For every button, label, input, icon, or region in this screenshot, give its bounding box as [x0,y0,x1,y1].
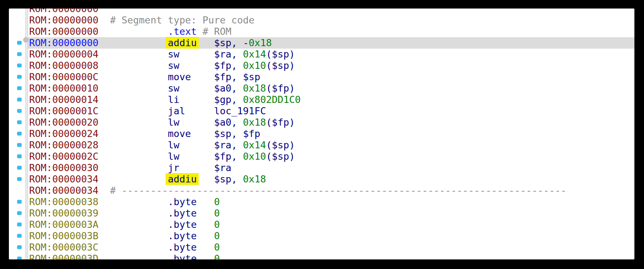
line-dot-icon[interactable] [17,223,22,226]
highlighted-mnemonic: addiu [166,37,199,49]
code-token: jal [168,105,185,116]
line-dot-icon[interactable] [17,211,22,215]
line-dot-icon[interactable] [17,52,22,56]
listing-row[interactable]: ROM:0000003A .byte 0 [9,219,634,230]
listing-line-text: ROM:00000000 .text # ROM [9,26,634,37]
code-token: $sp, $fp [214,128,260,139]
code-token [179,60,214,71]
line-dot-icon[interactable] [17,64,22,67]
line-dot-icon[interactable] [17,86,22,90]
line-dot-icon[interactable] [17,257,22,259]
line-dot-icon[interactable] [17,109,22,113]
code-token: ($fp) [266,117,295,128]
address-label: ROM:0000001C [29,105,98,116]
code-token [98,174,168,185]
address-label: ROM:00000028 [29,139,98,150]
code-token: .byte [168,219,197,230]
listing-row[interactable]: ROM:0000001C jal loc_191FC [9,105,634,117]
line-dot-icon[interactable] [17,177,22,181]
listing-row[interactable]: ROM:00000028 lw $ra, 0x14($sp) [9,139,634,151]
address-label: ROM:00000014 [29,94,98,105]
listing-line-text: ROM:00000034 # -------------------------… [9,185,634,196]
code-token: # ROM [203,26,231,37]
listing-row-current[interactable]: ROM:00000000 addiu $sp, -0x18 [9,37,634,49]
code-token [191,128,214,139]
listing-row[interactable]: ROM:00000004 sw $ra, 0x14($sp) [9,49,634,60]
line-dot-icon[interactable] [17,98,22,101]
code-token: 0x18 [249,37,272,48]
code-token: $fp, [214,60,243,71]
code-token [179,151,214,162]
listing-line-text: ROM:00000004 sw $ra, 0x14($sp) [9,49,634,60]
address-label: ROM:00000038 [29,196,98,207]
listing-row[interactable]: ROM:00000039 .byte 0 [9,208,634,219]
listing-row[interactable]: ROM:00000024 move $sp, $fp [9,128,634,139]
address-label: ROM:0000003B [29,230,98,241]
listing-row[interactable]: ROM:00000034 # -------------------------… [9,185,634,196]
line-dot-icon[interactable] [17,132,22,136]
code-token [98,128,168,139]
address-label: ROM:00000030 [29,162,98,173]
code-token: $gp, [214,94,243,105]
listing-row[interactable]: ROM:0000000C move $fp, $sp [9,71,634,83]
listing-row[interactable]: ROM:00000038 .byte 0 [9,196,634,208]
address-label: ROM:0000002C [29,151,98,162]
code-token: $a0, [214,117,243,128]
listing-line-text: ROM:00000030 jr $ra [9,162,634,174]
code-token [197,174,214,185]
code-token [98,196,168,207]
address-label: ROM:0000003C [29,242,98,253]
code-token: sw [168,83,179,94]
line-dot-icon[interactable] [17,200,22,204]
code-token [98,83,168,94]
address-label: ROM:00000034 [29,174,98,185]
code-token [179,49,214,60]
code-token [197,253,214,259]
listing-row[interactable]: ROM:0000003B .byte 0 [9,230,634,242]
listing-row[interactable]: ROM:00000000 .text # ROM [9,26,634,37]
code-token: move [168,71,191,82]
code-token: 0 [214,219,220,230]
listing-row[interactable]: ROM:0000003C .byte 0 [9,242,634,253]
listing-row[interactable]: ROM:00000020 lw $a0, 0x18($fp) [9,117,634,128]
code-token [98,253,168,259]
listing-line-text: ROM:00000024 move $sp, $fp [9,128,634,139]
listing-row[interactable]: ROM:0000003D .byte 0 [9,253,634,259]
code-token [98,208,168,219]
listing-row[interactable]: ROM:00000014 li $gp, 0x802DD1C0 [9,94,634,105]
code-token: .byte [168,230,197,241]
line-dot-icon[interactable] [17,120,22,124]
gutter-slider-handle[interactable] [23,37,28,43]
code-token: .byte [168,208,197,219]
line-dot-icon[interactable] [17,245,22,249]
code-token: 0 [214,253,220,259]
listing-row[interactable]: ROM:00000010 sw $a0, 0x18($fp) [9,83,634,94]
line-dot-icon[interactable] [17,41,22,45]
address-label: ROM:0000000C [29,71,98,82]
code-token [191,71,214,82]
code-token [197,242,214,253]
code-token: 0x18 [243,83,266,94]
listing-row[interactable]: ROM:00000034 addiu $sp, 0x18 [9,174,634,185]
listing-row[interactable]: ROM:00000000 # Segment type: Pure code [9,15,634,26]
line-dot-icon[interactable] [17,154,22,158]
listing-row[interactable]: ROM:00000030 jr $ra [9,162,634,174]
listing-row[interactable]: ROM:0000002C lw $fp, 0x10($sp) [9,151,634,162]
line-dot-icon[interactable] [17,143,22,147]
listing-row[interactable]: ROM:00000008 sw $fp, 0x10($sp) [9,60,634,71]
highlighted-mnemonic: addiu [166,173,199,185]
line-dot-icon[interactable] [17,166,22,170]
listing-line-text: ROM:00000038 .byte 0 [9,196,634,208]
code-token: $sp, - [214,37,249,48]
code-token [98,162,168,173]
code-token [179,117,214,128]
code-token: $fp, [214,151,243,162]
code-token [98,105,168,116]
code-token: $sp, [214,174,243,185]
line-dot-icon[interactable] [17,75,22,79]
code-token: $ra, [214,139,243,150]
line-dot-icon[interactable] [17,234,22,238]
code-token [179,94,214,105]
listing-line-text: ROM:0000001C jal loc_191FC [9,105,634,117]
listing-row[interactable]: ROM:00000000 [9,9,634,15]
